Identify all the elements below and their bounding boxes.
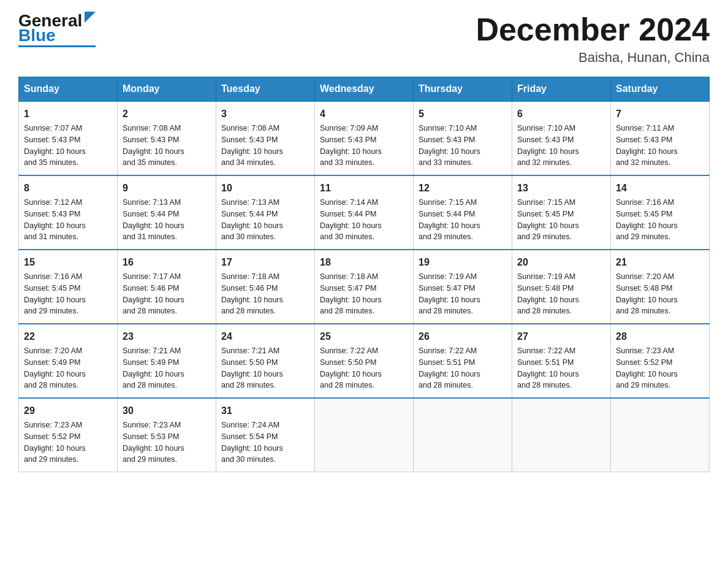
col-header-thursday: Thursday: [414, 77, 512, 102]
table-row: 15Sunrise: 7:16 AMSunset: 5:45 PMDayligh…: [19, 250, 118, 324]
table-row: 7Sunrise: 7:11 AMSunset: 5:43 PMDaylight…: [611, 101, 710, 175]
day-number: 24: [221, 329, 309, 344]
day-number: 15: [24, 255, 112, 270]
day-info: Sunrise: 7:09 AMSunset: 5:43 PMDaylight:…: [320, 123, 408, 169]
day-number: 19: [419, 255, 507, 270]
day-info: Sunrise: 7:10 AMSunset: 5:43 PMDaylight:…: [517, 123, 605, 169]
logo: General Blue: [18, 12, 96, 47]
table-row: 25Sunrise: 7:22 AMSunset: 5:50 PMDayligh…: [315, 324, 414, 398]
table-row: [512, 398, 611, 472]
col-header-saturday: Saturday: [611, 77, 710, 102]
day-info: Sunrise: 7:10 AMSunset: 5:43 PMDaylight:…: [419, 123, 507, 169]
col-header-monday: Monday: [118, 77, 216, 102]
day-number: 5: [419, 107, 507, 121]
table-row: 10Sunrise: 7:13 AMSunset: 5:44 PMDayligh…: [216, 175, 315, 250]
day-info: Sunrise: 7:08 AMSunset: 5:43 PMDaylight:…: [123, 123, 211, 169]
table-row: 31Sunrise: 7:24 AMSunset: 5:54 PMDayligh…: [216, 398, 315, 472]
table-row: 23Sunrise: 7:21 AMSunset: 5:49 PMDayligh…: [118, 324, 216, 398]
table-row: 18Sunrise: 7:18 AMSunset: 5:47 PMDayligh…: [315, 250, 414, 324]
day-number: 20: [517, 255, 605, 270]
table-row: 27Sunrise: 7:22 AMSunset: 5:51 PMDayligh…: [512, 324, 611, 398]
table-row: 22Sunrise: 7:20 AMSunset: 5:49 PMDayligh…: [19, 324, 118, 398]
table-row: 9Sunrise: 7:13 AMSunset: 5:44 PMDaylight…: [118, 175, 216, 250]
day-info: Sunrise: 7:23 AMSunset: 5:52 PMDaylight:…: [24, 419, 112, 465]
page-header: General Blue December 2024 Baisha, Hunan…: [18, 12, 710, 66]
table-row: [315, 398, 414, 472]
table-row: 11Sunrise: 7:14 AMSunset: 5:44 PMDayligh…: [315, 175, 414, 250]
day-number: 6: [517, 107, 605, 121]
table-row: 29Sunrise: 7:23 AMSunset: 5:52 PMDayligh…: [19, 398, 118, 472]
title-block: December 2024 Baisha, Hunan, China: [476, 12, 710, 66]
location-subtitle: Baisha, Hunan, China: [476, 50, 710, 66]
day-info: Sunrise: 7:24 AMSunset: 5:54 PMDaylight:…: [221, 419, 309, 465]
logo-blue-text: Blue: [18, 27, 56, 44]
day-number: 28: [616, 329, 704, 344]
day-number: 23: [123, 329, 211, 344]
day-number: 17: [221, 255, 309, 270]
calendar-header-row: Sunday Monday Tuesday Wednesday Thursday…: [19, 77, 710, 102]
day-number: 8: [24, 181, 112, 196]
day-info: Sunrise: 7:11 AMSunset: 5:43 PMDaylight:…: [616, 123, 704, 169]
day-number: 1: [24, 107, 112, 121]
table-row: 4Sunrise: 7:09 AMSunset: 5:43 PMDaylight…: [315, 101, 414, 175]
col-header-wednesday: Wednesday: [315, 77, 414, 102]
day-number: 9: [123, 181, 211, 196]
day-number: 18: [320, 255, 408, 270]
day-info: Sunrise: 7:15 AMSunset: 5:44 PMDaylight:…: [419, 197, 507, 243]
day-info: Sunrise: 7:15 AMSunset: 5:45 PMDaylight:…: [517, 197, 605, 243]
day-info: Sunrise: 7:08 AMSunset: 5:43 PMDaylight:…: [221, 123, 309, 169]
day-number: 31: [221, 404, 309, 418]
calendar-week-row: 1Sunrise: 7:07 AMSunset: 5:43 PMDaylight…: [19, 101, 710, 175]
day-info: Sunrise: 7:21 AMSunset: 5:49 PMDaylight:…: [123, 345, 211, 391]
logo-arrow-icon: [85, 12, 96, 23]
day-number: 7: [616, 107, 704, 121]
table-row: 21Sunrise: 7:20 AMSunset: 5:48 PMDayligh…: [611, 250, 710, 324]
svg-marker-0: [85, 12, 96, 23]
day-number: 2: [123, 107, 211, 121]
day-info: Sunrise: 7:22 AMSunset: 5:51 PMDaylight:…: [517, 345, 605, 391]
day-info: Sunrise: 7:22 AMSunset: 5:50 PMDaylight:…: [320, 345, 408, 391]
day-info: Sunrise: 7:20 AMSunset: 5:49 PMDaylight:…: [24, 345, 112, 391]
calendar-week-row: 29Sunrise: 7:23 AMSunset: 5:52 PMDayligh…: [19, 398, 710, 472]
calendar-week-row: 8Sunrise: 7:12 AMSunset: 5:43 PMDaylight…: [19, 175, 710, 250]
table-row: 28Sunrise: 7:23 AMSunset: 5:52 PMDayligh…: [611, 324, 710, 398]
day-number: 12: [419, 181, 507, 196]
day-info: Sunrise: 7:17 AMSunset: 5:46 PMDaylight:…: [123, 271, 211, 317]
month-title: December 2024: [476, 12, 710, 47]
day-number: 4: [320, 107, 408, 121]
table-row: 20Sunrise: 7:19 AMSunset: 5:48 PMDayligh…: [512, 250, 611, 324]
day-number: 13: [517, 181, 605, 196]
table-row: 2Sunrise: 7:08 AMSunset: 5:43 PMDaylight…: [118, 101, 216, 175]
day-number: 26: [419, 329, 507, 344]
calendar-week-row: 22Sunrise: 7:20 AMSunset: 5:49 PMDayligh…: [19, 324, 710, 398]
table-row: [611, 398, 710, 472]
table-row: 24Sunrise: 7:21 AMSunset: 5:50 PMDayligh…: [216, 324, 315, 398]
calendar-week-row: 15Sunrise: 7:16 AMSunset: 5:45 PMDayligh…: [19, 250, 710, 324]
table-row: 8Sunrise: 7:12 AMSunset: 5:43 PMDaylight…: [19, 175, 118, 250]
day-number: 29: [24, 404, 112, 418]
day-info: Sunrise: 7:12 AMSunset: 5:43 PMDaylight:…: [24, 197, 112, 243]
day-info: Sunrise: 7:19 AMSunset: 5:48 PMDaylight:…: [517, 271, 605, 317]
day-info: Sunrise: 7:18 AMSunset: 5:47 PMDaylight:…: [320, 271, 408, 317]
table-row: 19Sunrise: 7:19 AMSunset: 5:47 PMDayligh…: [414, 250, 512, 324]
table-row: 26Sunrise: 7:22 AMSunset: 5:51 PMDayligh…: [414, 324, 512, 398]
logo-underline: [18, 45, 96, 47]
table-row: 16Sunrise: 7:17 AMSunset: 5:46 PMDayligh…: [118, 250, 216, 324]
table-row: 17Sunrise: 7:18 AMSunset: 5:46 PMDayligh…: [216, 250, 315, 324]
day-info: Sunrise: 7:20 AMSunset: 5:48 PMDaylight:…: [616, 271, 704, 317]
col-header-sunday: Sunday: [19, 77, 118, 102]
table-row: 12Sunrise: 7:15 AMSunset: 5:44 PMDayligh…: [414, 175, 512, 250]
table-row: 1Sunrise: 7:07 AMSunset: 5:43 PMDaylight…: [19, 101, 118, 175]
day-number: 14: [616, 181, 704, 196]
day-info: Sunrise: 7:14 AMSunset: 5:44 PMDaylight:…: [320, 197, 408, 243]
day-number: 22: [24, 329, 112, 344]
day-number: 21: [616, 255, 704, 270]
day-info: Sunrise: 7:22 AMSunset: 5:51 PMDaylight:…: [419, 345, 507, 391]
day-number: 30: [123, 404, 211, 418]
day-number: 16: [123, 255, 211, 270]
day-number: 3: [221, 107, 309, 121]
table-row: 14Sunrise: 7:16 AMSunset: 5:45 PMDayligh…: [611, 175, 710, 250]
col-header-friday: Friday: [512, 77, 611, 102]
table-row: 30Sunrise: 7:23 AMSunset: 5:53 PMDayligh…: [118, 398, 216, 472]
table-row: [414, 398, 512, 472]
